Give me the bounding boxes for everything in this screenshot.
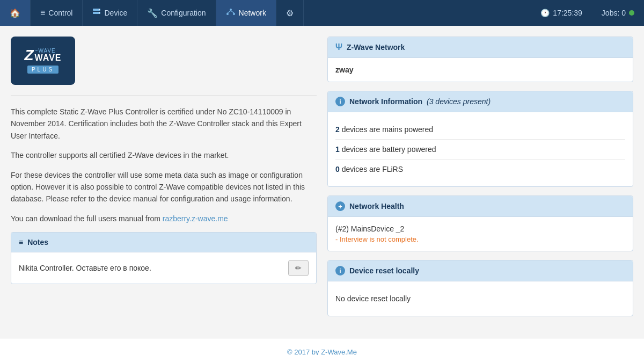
device-reset-card: i Device reset locally No device reset l…	[327, 260, 633, 316]
info-icon: i	[335, 97, 345, 106]
battery-count: 1	[335, 145, 340, 154]
logo-plus-bar: PLUS	[27, 66, 58, 74]
zwave-network-card: Ψ Z-Wave Network zway	[327, 37, 633, 82]
notes-card: ≡ Notes Nikita Controller. Оставьте его …	[11, 232, 317, 284]
nav-network-label: Network	[239, 9, 266, 17]
desc-para1: This complete Static Z-Wave Plus Control…	[11, 106, 317, 142]
flirs-row: 0 devices are FLiRS	[335, 160, 625, 179]
logo-wave-bottom: WAVE	[35, 54, 62, 62]
desc-para3: For these devices the controller will us…	[11, 169, 317, 205]
network-health-card: + Network Health (#2) MainsDevice _2 - I…	[327, 195, 633, 251]
wrench-icon: 🔧	[147, 8, 158, 18]
network-info-body: 2 devices are mains powered 1 devices ar…	[328, 112, 633, 186]
jobs-label: Jobs: 0	[602, 9, 626, 17]
nav-control-label: Control	[48, 9, 72, 17]
logo-z: Z	[24, 48, 33, 63]
health-warning: - Interview is not complete.	[335, 235, 625, 243]
manual-link[interactable]: razberry.z-wave.me	[163, 214, 228, 223]
svg-point-6	[233, 13, 235, 15]
svg-point-3	[99, 12, 100, 13]
plus-icon: +	[335, 201, 345, 211]
nav-settings[interactable]: ⚙	[276, 0, 304, 26]
battery-label: devices are battery powered	[342, 145, 436, 154]
battery-powered-row: 1 devices are battery powered	[335, 140, 625, 160]
svg-point-4	[230, 9, 232, 11]
device-reset-header: i Device reset locally	[328, 260, 633, 281]
gear-icon: ⚙	[286, 8, 294, 18]
network-icon	[226, 8, 236, 18]
nav-time: 🕐 17:25:39	[531, 0, 592, 26]
device-reset-title: Device reset locally	[349, 266, 419, 275]
zwave-logo: Z ~WAVE WAVE PLUS	[11, 37, 75, 85]
svg-point-5	[226, 13, 229, 15]
network-health-header: + Network Health	[328, 196, 633, 217]
logo-wave-text: ~WAVE WAVE	[35, 48, 62, 62]
nav-jobs: Jobs: 0	[592, 0, 644, 26]
left-column: Z ~WAVE WAVE PLUS This complete Static Z…	[11, 37, 317, 316]
mains-powered-row: 2 devices are mains powered	[335, 120, 625, 140]
mains-label: devices are mains powered	[342, 125, 433, 134]
edit-button[interactable]: ✏	[288, 260, 309, 276]
notes-title: Notes	[27, 238, 48, 247]
description-section: This complete Static Z-Wave Plus Control…	[11, 96, 317, 224]
network-health-body: (#2) MainsDevice _2 - Interview is not c…	[328, 217, 633, 251]
svg-point-2	[99, 9, 100, 10]
nav-configuration-label: Configuration	[161, 9, 206, 17]
nav-home[interactable]: 🏠	[0, 0, 31, 26]
network-info-header: i Network Information (3 devices present…	[328, 91, 633, 112]
flirs-count: 0	[335, 165, 340, 173]
mains-count: 2	[335, 125, 340, 134]
nav-device[interactable]: Device	[83, 0, 137, 26]
nav-configuration[interactable]: 🔧 Configuration	[137, 0, 216, 26]
device-reset-icon: i	[335, 266, 345, 276]
flirs-label: devices are FLiRS	[342, 165, 403, 173]
nav-device-label: Device	[104, 9, 127, 17]
desc-para4: You can download the full users manual f…	[11, 213, 317, 224]
zwave-network-header: Ψ Z-Wave Network	[328, 37, 633, 58]
notes-icon: ≡	[19, 238, 23, 247]
edit-icon: ✏	[295, 264, 302, 272]
home-icon: 🏠	[10, 8, 20, 18]
no-reset-row: No device reset locally	[335, 289, 625, 308]
clock-icon: 🕐	[540, 9, 550, 17]
network-info-title: Network Information (3 devices present)	[349, 97, 491, 106]
control-icon: ≡	[40, 8, 45, 18]
jobs-badge	[629, 10, 634, 16]
right-column: Ψ Z-Wave Network zway i Network Informat…	[327, 37, 633, 316]
network-name: zway	[328, 58, 633, 82]
notes-header: ≡ Notes	[11, 233, 316, 252]
zwave-fork-icon: Ψ	[335, 42, 342, 52]
network-info-count: (3 devices present)	[427, 97, 491, 106]
svg-line-8	[231, 11, 234, 13]
time-display: 17:25:39	[553, 9, 582, 17]
footer-text: © 2017 by Z-Wave.Me	[287, 348, 357, 355]
desc-para4-prefix: You can download the full users manual f…	[11, 214, 163, 223]
network-info-card: i Network Information (3 devices present…	[327, 91, 633, 187]
logo-top: Z ~WAVE WAVE	[24, 48, 61, 63]
notes-text: Nikita Controller. Оставьте его в покое.	[19, 264, 281, 272]
svg-line-7	[228, 11, 231, 13]
device-icon	[92, 8, 101, 18]
nav-control[interactable]: ≡ Control	[31, 0, 83, 26]
desc-para2: The controller supports all certified Z-…	[11, 149, 317, 161]
footer: © 2017 by Z-Wave.Me	[0, 338, 644, 355]
zwave-network-title: Z-Wave Network	[347, 43, 405, 52]
nav-network[interactable]: Network	[216, 0, 276, 26]
notes-body: Nikita Controller. Оставьте его в покое.…	[11, 252, 316, 284]
device-reset-body: No device reset locally	[328, 281, 633, 316]
network-health-title: Network Health	[349, 202, 404, 211]
navigation: 🏠 ≡ Control Device 🔧 Configuration Netwo…	[0, 0, 644, 26]
main-content: Z ~WAVE WAVE PLUS This complete Static Z…	[0, 26, 644, 327]
nav-spacer	[304, 0, 531, 26]
health-device-name: (#2) MainsDevice _2	[335, 224, 625, 233]
